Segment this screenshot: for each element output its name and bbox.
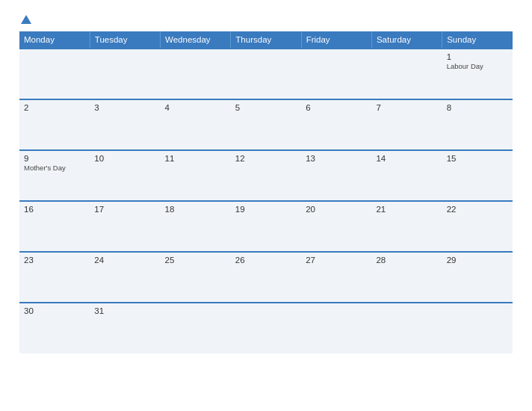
day-number: 21 (376, 205, 437, 214)
week-row-5: 3031 (19, 303, 513, 353)
calendar-cell: 8 (442, 99, 513, 150)
day-number: 18 (165, 205, 226, 214)
day-number: 3 (94, 103, 155, 112)
calendar-page: MondayTuesdayWednesdayThursdayFridaySatu… (8, 7, 524, 404)
day-number: 30 (24, 306, 85, 315)
day-header-thursday: Thursday (231, 31, 301, 49)
calendar-cell: 5 (231, 99, 301, 150)
day-number: 15 (447, 154, 508, 163)
calendar-cell (371, 303, 442, 353)
holiday-label: Labour Day (447, 62, 508, 70)
calendar-cell (301, 303, 371, 353)
logo (19, 15, 31, 24)
calendar-cell: 4 (161, 99, 231, 150)
day-number: 27 (306, 256, 367, 265)
day-number: 20 (306, 205, 367, 214)
day-number: 9 (24, 154, 85, 163)
calendar-cell (90, 49, 160, 99)
day-number: 22 (447, 205, 508, 214)
week-row-3: 16171819202122 (19, 201, 513, 252)
calendar-cell (442, 303, 513, 353)
day-number: 6 (306, 103, 367, 112)
header (19, 15, 513, 24)
calendar-cell: 20 (301, 201, 371, 252)
day-number: 4 (165, 103, 226, 112)
day-header-tuesday: Tuesday (90, 31, 160, 49)
day-number: 29 (447, 256, 508, 265)
calendar-cell (161, 303, 231, 353)
calendar-cell: 19 (231, 201, 301, 252)
day-number: 17 (94, 205, 155, 214)
day-number: 5 (235, 103, 297, 112)
day-number: 10 (94, 154, 155, 163)
day-number: 31 (94, 306, 155, 315)
calendar-cell: 17 (90, 201, 160, 252)
day-header-sunday: Sunday (442, 31, 513, 49)
calendar-cell: 14 (371, 150, 442, 201)
day-header-wednesday: Wednesday (161, 31, 231, 49)
day-number: 11 (165, 154, 226, 163)
week-row-4: 23242526272829 (19, 252, 513, 303)
calendar-cell: 13 (301, 150, 371, 201)
calendar-cell: 29 (442, 252, 513, 303)
calendar-cell (19, 49, 90, 99)
day-number: 25 (165, 256, 226, 265)
calendar-cell (231, 49, 301, 99)
calendar-cell: 26 (231, 252, 301, 303)
day-number: 28 (376, 256, 437, 265)
day-number: 26 (235, 256, 297, 265)
calendar-cell: 11 (161, 150, 231, 201)
day-number: 7 (376, 103, 437, 112)
calendar-cell: 31 (90, 303, 160, 353)
calendar-cell: 10 (90, 150, 160, 201)
day-header-monday: Monday (19, 31, 90, 49)
calendar-cell (371, 49, 442, 99)
logo-general (19, 15, 31, 24)
logo-triangle-icon (21, 15, 31, 24)
calendar-cell: 22 (442, 201, 513, 252)
day-number: 19 (235, 205, 297, 214)
day-number: 1 (447, 52, 508, 61)
week-row-1: 2345678 (19, 99, 513, 150)
calendar-cell: 3 (90, 99, 160, 150)
day-number: 8 (447, 103, 508, 112)
calendar-cell: 9Mother's Day (19, 150, 90, 201)
calendar-cell: 21 (371, 201, 442, 252)
calendar-table: MondayTuesdayWednesdayThursdayFridaySatu… (19, 31, 513, 353)
day-number: 12 (235, 154, 297, 163)
week-row-2: 9Mother's Day101112131415 (19, 150, 513, 201)
calendar-cell: 30 (19, 303, 90, 353)
day-header-friday: Friday (301, 31, 371, 49)
day-number: 16 (24, 205, 85, 214)
calendar-cell: 6 (301, 99, 371, 150)
calendar-cell (161, 49, 231, 99)
day-number: 23 (24, 256, 85, 265)
day-header-saturday: Saturday (371, 31, 442, 49)
calendar-cell: 18 (161, 201, 231, 252)
day-number: 13 (306, 154, 367, 163)
day-number: 24 (94, 256, 155, 265)
calendar-cell: 1Labour Day (442, 49, 513, 99)
calendar-cell: 12 (231, 150, 301, 201)
day-number: 14 (376, 154, 437, 163)
calendar-cell: 28 (371, 252, 442, 303)
calendar-cell: 2 (19, 99, 90, 150)
calendar-cell: 16 (19, 201, 90, 252)
calendar-cell (231, 303, 301, 353)
holiday-label: Mother's Day (24, 164, 85, 172)
calendar-cell: 23 (19, 252, 90, 303)
calendar-cell: 7 (371, 99, 442, 150)
week-row-0: 1Labour Day (19, 49, 513, 99)
days-header-row: MondayTuesdayWednesdayThursdayFridaySatu… (19, 31, 513, 49)
calendar-cell: 15 (442, 150, 513, 201)
calendar-cell: 25 (161, 252, 231, 303)
calendar-cell: 27 (301, 252, 371, 303)
calendar-cell: 24 (90, 252, 160, 303)
day-number: 2 (24, 103, 85, 112)
calendar-cell (301, 49, 371, 99)
